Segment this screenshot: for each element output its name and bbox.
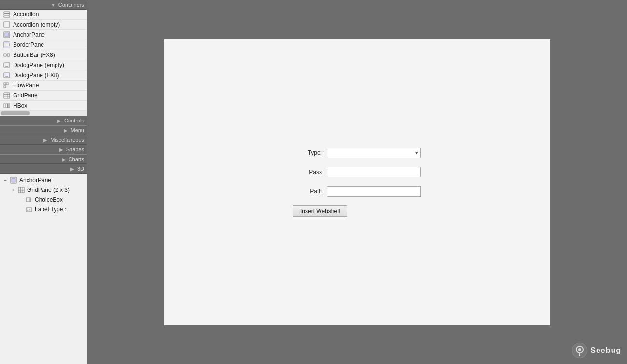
svg-rect-14 <box>5 76 8 77</box>
charts-section-header[interactable]: ▶ Charts <box>0 154 87 164</box>
containers-section-header[interactable]: ▼ Containers <box>0 0 87 10</box>
containers-label: Containers <box>58 2 84 8</box>
charts-arrow: ▶ <box>62 157 66 162</box>
menu-label: Menu <box>70 127 84 133</box>
flowpane-icon <box>3 81 11 89</box>
tree-item-anchorpane[interactable]: − AnchorPane <box>0 175 87 185</box>
shapes-section-header[interactable]: ▶ Shapes <box>0 145 87 154</box>
anchorpane-icon <box>3 31 11 39</box>
canvas: Type: Pass Path Insert Webshell <box>164 39 550 325</box>
svg-rect-9 <box>4 54 6 56</box>
tree-label-choicebox: ChoiceBox <box>35 196 63 203</box>
list-item[interactable]: DialogPane (FX8) <box>0 70 87 81</box>
path-label: Path <box>293 188 322 195</box>
list-item-label: HBox <box>13 102 27 109</box>
miscellaneous-label: Miscellaneous <box>50 137 84 143</box>
svg-rect-8 <box>4 46 10 48</box>
list-item[interactable]: Accordion <box>0 10 87 20</box>
svg-text:ab: ab <box>27 208 31 212</box>
svg-rect-2 <box>4 16 10 17</box>
menu-section-header[interactable]: ▶ Menu <box>0 125 87 135</box>
pass-input[interactable] <box>327 167 421 177</box>
label-tree-icon: ab <box>25 206 33 214</box>
svg-rect-0 <box>4 12 10 13</box>
svg-rect-28 <box>18 187 24 193</box>
seebug-branding: Seebug <box>572 343 621 358</box>
svg-rect-18 <box>4 93 10 98</box>
3d-section-header[interactable]: ▶ 3D <box>0 164 87 174</box>
type-select[interactable] <box>327 148 421 158</box>
list-item[interactable]: GridPane <box>0 91 87 101</box>
svg-rect-1 <box>4 14 10 15</box>
svg-rect-24 <box>6 104 8 108</box>
component-tree: − AnchorPane + GridPane (2 <box>0 174 87 364</box>
dialogpane-empty-icon <box>3 61 11 69</box>
form-panel: Type: Pass Path Insert Webshell <box>293 148 421 217</box>
miscellaneous-arrow: ▶ <box>43 137 47 143</box>
tree-label-gridpane: GridPane (2 x 3) <box>27 187 70 193</box>
gridpane-tree-icon <box>17 186 25 194</box>
pass-row: Pass <box>293 167 421 177</box>
svg-rect-25 <box>8 104 10 108</box>
type-label: Type: <box>293 149 322 156</box>
list-item-label: DialogPane (FX8) <box>13 72 59 79</box>
tree-toggle-anchorpane[interactable]: − <box>2 177 9 184</box>
list-item-label: Accordion <box>13 11 39 18</box>
choicebox-tree-icon <box>25 196 33 203</box>
tree-item-label[interactable]: ▶ ab Label Type： <box>0 204 87 215</box>
list-item-label: Accordion (empty) <box>13 21 60 28</box>
tree-item-choicebox[interactable]: ▶ ChoiceBox <box>0 195 87 204</box>
svg-rect-27 <box>12 178 15 182</box>
accordion-icon <box>3 11 11 18</box>
svg-point-40 <box>578 348 581 351</box>
sidebar: ▼ Containers Accordion Accordion (empty)… <box>0 0 87 364</box>
list-item-label: ButtonBar (FX8) <box>13 52 55 58</box>
buttonbar-icon <box>3 51 11 59</box>
pass-label: Pass <box>293 169 322 175</box>
path-row: Path <box>293 186 421 197</box>
seebug-text: Seebug <box>590 346 621 355</box>
containers-arrow: ▼ <box>51 2 56 8</box>
svg-rect-15 <box>4 83 6 85</box>
list-item[interactable]: AnchorPane <box>0 30 87 40</box>
tree-toggle-gridpane[interactable]: + <box>10 187 16 193</box>
controls-section-header[interactable]: ▶ Controls <box>0 116 87 125</box>
shapes-label: Shapes <box>66 147 84 152</box>
list-item[interactable]: DialogPane (empty) <box>0 60 87 70</box>
tree-item-gridpane[interactable]: + GridPane (2 x 3) <box>0 185 87 195</box>
type-row: Type: <box>293 148 421 158</box>
svg-rect-3 <box>4 22 10 27</box>
button-row: Insert Webshell <box>293 205 347 217</box>
list-item[interactable]: BorderPane <box>0 40 87 50</box>
list-item-label: AnchorPane <box>13 31 45 38</box>
containers-list: Accordion Accordion (empty) AnchorPane B… <box>0 10 87 111</box>
tree-label-label: Label Type： <box>35 205 69 214</box>
hbox-icon <box>3 102 11 109</box>
containers-scrollbar[interactable] <box>0 111 87 116</box>
dialogpane-icon <box>3 71 11 79</box>
shapes-arrow: ▶ <box>59 147 63 152</box>
list-item-label: GridPane <box>13 92 38 99</box>
list-item[interactable]: ButtonBar (FX8) <box>0 50 87 60</box>
list-item-label: BorderPane <box>13 41 44 48</box>
miscellaneous-section-header[interactable]: ▶ Miscellaneous <box>0 135 87 145</box>
3d-arrow: ▶ <box>70 166 74 172</box>
svg-rect-16 <box>6 83 8 85</box>
main-content: Type: Pass Path Insert Webshell <box>87 0 627 364</box>
svg-rect-23 <box>4 104 5 108</box>
list-item-label: FlowPane <box>13 82 39 89</box>
seebug-logo-icon <box>572 343 587 358</box>
list-item[interactable]: Accordion (empty) <box>0 20 87 30</box>
menu-arrow: ▶ <box>64 128 68 133</box>
list-item[interactable]: HBox <box>0 101 87 111</box>
path-input[interactable] <box>327 186 421 197</box>
list-item[interactable]: FlowPane <box>0 81 87 91</box>
type-select-wrapper <box>327 148 421 158</box>
svg-rect-7 <box>4 42 10 43</box>
insert-webshell-button[interactable]: Insert Webshell <box>293 205 347 217</box>
accordion-empty-icon <box>3 21 11 28</box>
controls-label: Controls <box>64 118 84 123</box>
svg-rect-12 <box>5 66 8 67</box>
borderpane-icon <box>3 41 11 49</box>
gridpane-icon <box>3 92 11 99</box>
